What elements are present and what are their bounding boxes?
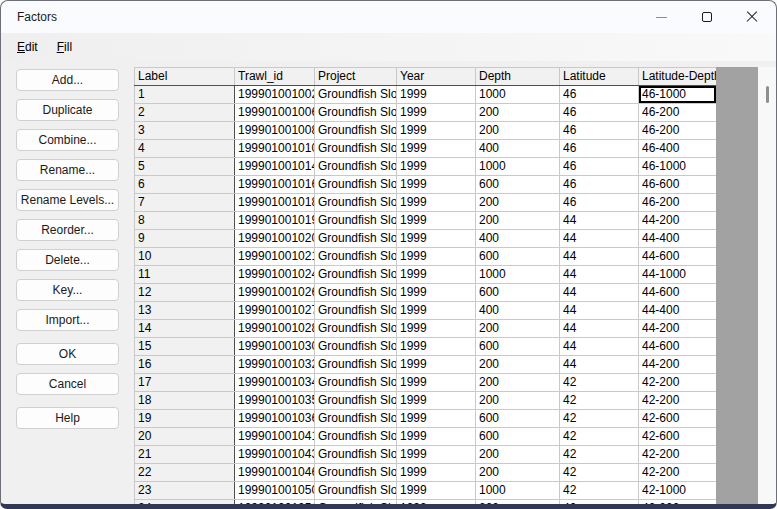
cell[interactable]: Groundfish Slop — [315, 356, 397, 374]
cell[interactable]: 42-200 — [639, 392, 717, 410]
cell[interactable]: 42-1000 — [639, 482, 717, 500]
cell[interactable]: 44 — [560, 212, 639, 230]
cell[interactable]: 1000 — [476, 266, 560, 284]
cell[interactable]: 199901001028 — [235, 320, 315, 338]
cell[interactable]: 1000 — [476, 482, 560, 500]
cell[interactable]: 46-200 — [639, 194, 717, 212]
row-header-cell[interactable]: 16 — [135, 356, 235, 374]
cell[interactable]: 46 — [560, 86, 639, 104]
cell[interactable]: Groundfish Slop — [315, 284, 397, 302]
row-header-cell[interactable]: 11 — [135, 266, 235, 284]
cell[interactable]: 1999 — [397, 374, 476, 392]
cell[interactable]: 1999 — [397, 194, 476, 212]
cell[interactable]: 1999 — [397, 338, 476, 356]
cell[interactable]: Groundfish Slop — [315, 212, 397, 230]
cell[interactable]: Groundfish Slop — [315, 500, 397, 509]
vertical-scrollbar[interactable] — [758, 67, 776, 504]
cell[interactable]: 46 — [560, 176, 639, 194]
cell[interactable]: 46-400 — [639, 140, 717, 158]
cell[interactable]: 42-200 — [639, 446, 717, 464]
row-header-cell[interactable]: 13 — [135, 302, 235, 320]
selected-cell[interactable]: 46-1000 — [639, 86, 717, 104]
cell[interactable]: 46-200 — [639, 122, 717, 140]
cell[interactable]: 200 — [476, 446, 560, 464]
minimize-button[interactable] — [639, 1, 684, 33]
cell[interactable]: 44 — [560, 356, 639, 374]
cell[interactable]: 44-200 — [639, 356, 717, 374]
cell[interactable]: 42 — [560, 374, 639, 392]
cell[interactable]: 199901001019 — [235, 212, 315, 230]
menu-edit[interactable]: Edit — [17, 40, 38, 54]
cell[interactable]: 44 — [560, 266, 639, 284]
cell[interactable]: 600 — [476, 284, 560, 302]
cell[interactable]: 200 — [476, 356, 560, 374]
cell[interactable]: Groundfish Slop — [315, 320, 397, 338]
cell[interactable]: 1999 — [397, 104, 476, 122]
cell[interactable]: 600 — [476, 338, 560, 356]
cell[interactable]: Groundfish Slop — [315, 248, 397, 266]
row-header-cell[interactable]: 7 — [135, 194, 235, 212]
cell[interactable]: 46 — [560, 104, 639, 122]
cell[interactable]: Groundfish Slop — [315, 122, 397, 140]
row-header-cell[interactable]: 8 — [135, 212, 235, 230]
row-header-cell[interactable]: 17 — [135, 374, 235, 392]
cell[interactable]: 42 — [560, 446, 639, 464]
cell[interactable]: 200 — [476, 500, 560, 509]
cell[interactable]: 1000 — [476, 86, 560, 104]
cell[interactable]: 1999 — [397, 140, 476, 158]
cell[interactable]: 44-400 — [639, 230, 717, 248]
column-header-project[interactable]: Project — [315, 68, 397, 86]
row-header-cell[interactable]: 20 — [135, 428, 235, 446]
cell[interactable]: Groundfish Slop — [315, 158, 397, 176]
cell[interactable]: 42-200 — [639, 374, 717, 392]
cell[interactable]: Groundfish Slop — [315, 374, 397, 392]
cell[interactable]: 200 — [476, 212, 560, 230]
row-header-cell[interactable]: 19 — [135, 410, 235, 428]
cell[interactable]: 44 — [560, 302, 639, 320]
cell[interactable]: 46-600 — [639, 176, 717, 194]
row-header-cell[interactable]: 12 — [135, 284, 235, 302]
column-header-year[interactable]: Year — [397, 68, 476, 86]
cell[interactable]: Groundfish Slop — [315, 338, 397, 356]
cell[interactable]: 46-1000 — [639, 158, 717, 176]
row-header-cell[interactable]: 2 — [135, 104, 235, 122]
row-header-cell[interactable]: 5 — [135, 158, 235, 176]
cell[interactable]: 42 — [560, 482, 639, 500]
cell[interactable]: 400 — [476, 140, 560, 158]
row-header-cell[interactable]: 10 — [135, 248, 235, 266]
cell[interactable]: Groundfish Slop — [315, 410, 397, 428]
cell[interactable]: 400 — [476, 230, 560, 248]
cell[interactable]: 44-1000 — [639, 266, 717, 284]
row-header-cell[interactable]: 4 — [135, 140, 235, 158]
cancel-button[interactable]: Cancel — [16, 373, 119, 395]
cell[interactable]: 1999 — [397, 446, 476, 464]
cell[interactable]: 1999 — [397, 86, 476, 104]
rename-button[interactable]: Rename... — [16, 159, 119, 181]
duplicate-button[interactable]: Duplicate — [16, 99, 119, 121]
cell[interactable]: 46 — [560, 122, 639, 140]
cell[interactable]: Groundfish Slop — [315, 428, 397, 446]
cell[interactable]: 42 — [560, 392, 639, 410]
cell[interactable]: 1999 — [397, 500, 476, 509]
cell[interactable]: 42-600 — [639, 410, 717, 428]
row-header-cell[interactable]: 9 — [135, 230, 235, 248]
cell[interactable]: 42 — [560, 464, 639, 482]
cell[interactable]: 46 — [560, 194, 639, 212]
cell[interactable]: 44-600 — [639, 284, 717, 302]
cell[interactable]: 46-200 — [639, 104, 717, 122]
cell[interactable]: 44-200 — [639, 212, 717, 230]
cell[interactable]: 1999 — [397, 392, 476, 410]
cell[interactable]: 44-400 — [639, 302, 717, 320]
cell[interactable]: Groundfish Slop — [315, 176, 397, 194]
row-header-cell[interactable]: 1 — [135, 86, 235, 104]
cell[interactable]: 200 — [476, 104, 560, 122]
cell[interactable]: 600 — [476, 428, 560, 446]
cell[interactable]: 199901001034 — [235, 374, 315, 392]
help-button[interactable]: Help — [16, 407, 119, 429]
cell[interactable]: 199901001002 — [235, 86, 315, 104]
cell[interactable]: 199901001016 — [235, 176, 315, 194]
cell[interactable]: 199901001010 — [235, 140, 315, 158]
cell[interactable]: 200 — [476, 122, 560, 140]
cell[interactable]: 199901001043 — [235, 446, 315, 464]
menu-fill[interactable]: Fill — [57, 40, 72, 54]
